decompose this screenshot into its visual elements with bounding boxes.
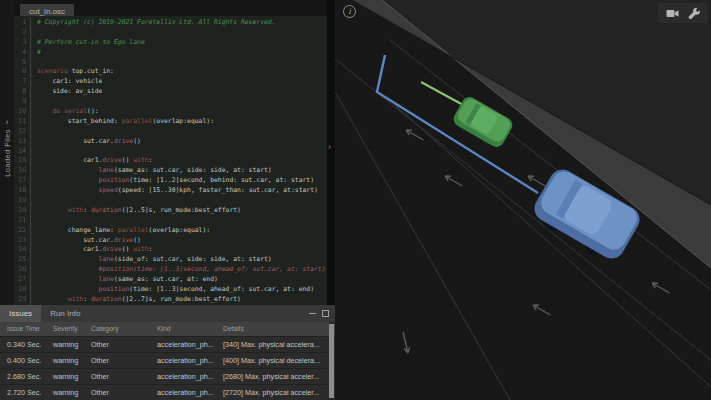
line-number: 19 [14,196,31,206]
tab-issues[interactable]: Issues [0,305,41,322]
code-line: 29 with: duration([2..7]s, run_mode:best… [14,295,327,305]
loaded-files-label: Loaded Files [3,129,12,177]
line-content: # Perform cut-in to Ego lane [31,38,145,48]
code-line: 13 sut.car.drive() [14,137,327,147]
line-content [31,58,37,68]
line-number: 15 [14,156,31,166]
line-number: 22 [14,226,31,236]
wrench-icon[interactable] [688,7,700,19]
code-line: 11 start_behind: parallel(overlap:equal)… [14,117,327,127]
issue-cell: 2.680 Sec. [0,369,46,384]
line-content: car1.drive() with: [31,245,152,255]
line-number: 2 [14,28,31,38]
minimize-icon[interactable] [309,313,316,314]
line-number: 11 [14,117,31,127]
issue-cell: acceleration_ph... [150,369,216,384]
line-content: # [31,48,41,58]
line-number: 16 [14,166,31,176]
code-line: 3# Perform cut-in to Ego lane [14,38,327,48]
line-number: 27 [14,275,31,285]
line-content: start_behind: parallel(overlap:equal): [31,117,214,127]
issue-row[interactable]: 2.720 Sec.warningOtheracceleration_ph...… [0,384,335,400]
line-content [31,127,37,137]
issue-row[interactable]: 0.400 Sec.warningOtheracceleration_ph...… [0,352,335,368]
issue-cell: Other [84,337,150,352]
code-line: 28 position(time: [1..3]second, ahead_of… [14,285,327,295]
issue-cell: acceleration_ph... [150,385,216,400]
line-content [31,28,37,38]
code-line: 9 [14,97,327,107]
code-line: 23 sut.car.drive() [14,236,327,246]
code-line: 17 position(time: [1..2]second, behind: … [14,176,327,186]
line-content [31,216,37,226]
issue-cell: acceleration_ph... [150,353,216,368]
line-number: 12 [14,127,31,137]
code-line: 27 lane(same_as: sut.car, at: end) [14,275,327,285]
line-content: sut.car.drive() [31,236,141,246]
line-content: lane(same_as: sut.car, at: end) [31,275,218,285]
video-camera-icon[interactable] [666,8,679,19]
line-number: 14 [14,147,31,157]
column-header[interactable]: Issue Time [0,322,46,336]
line-content: car1: vehicle [31,77,102,87]
line-number: 7 [14,77,31,87]
issues-scrollbar[interactable] [329,322,334,400]
code-line: 7 car1: vehicle [14,77,327,87]
issue-cell: 0.340 Sec. [0,337,46,352]
line-content: scenario top.cut_in: [31,67,114,77]
line-content: # Copyright (c) 2019-2021 Foretellix Ltd… [31,18,276,28]
code-line: 4# [14,48,327,58]
line-number: 6 [14,67,31,77]
issue-cell: [2720] Max. physical acceler... [216,385,335,400]
line-number: 24 [14,245,31,255]
line-content: position(time: [1..2]second, behind: sut… [31,176,314,186]
maximize-icon[interactable] [322,310,329,317]
issue-cell: 2.720 Sec. [0,385,46,400]
code-line: 24 car1.drive() with: [14,245,327,255]
line-content: #position(time: [1..3]second, ahead_of: … [31,265,326,275]
issue-cell: warning [46,385,84,400]
column-header[interactable]: Category [84,322,150,336]
line-number: 3 [14,38,31,48]
line-content: speed(speed: [15..30]kph, faster_than: s… [31,186,318,196]
column-header[interactable]: Severity [46,322,84,336]
divider-chevron-icon: › [328,142,331,152]
line-content: with: duration([2..5]s, run_mode:best_ef… [31,206,241,216]
code-line: 1# Copyright (c) 2019-2021 Foretellix Lt… [14,18,327,28]
info-icon[interactable]: i [343,5,356,18]
code-line: 12 [14,127,327,137]
line-content: sut.car.drive() [31,137,141,147]
line-number: 23 [14,236,31,246]
line-content: position(time: [1..3]second, ahead_of: s… [31,285,314,295]
issue-cell: Other [84,385,150,400]
line-number: 21 [14,216,31,226]
tab-run-info[interactable]: Run Info [41,305,89,322]
line-number: 18 [14,186,31,196]
loaded-files-sidebar[interactable]: › Loaded Files [0,0,14,305]
code-line: 19 [14,196,327,206]
line-content: side: av_side [31,87,102,97]
issue-cell: Other [84,353,150,368]
code-editor[interactable]: 1# Copyright (c) 2019-2021 Foretellix Lt… [14,16,327,305]
line-content: car1.drive() with: [31,156,152,166]
line-number: 10 [14,107,31,117]
panel-divider[interactable]: › [327,0,335,305]
line-number: 29 [14,295,31,305]
code-line: 20 with: duration([2..5]s, run_mode:best… [14,206,327,216]
line-content: lane(side_of: sut.car, side: side, at: s… [31,255,272,265]
line-number: 1 [14,18,31,28]
code-line: 10 do serial(): [14,107,327,117]
column-header[interactable]: Kind [150,322,216,336]
code-line: 2 [14,28,327,38]
issues-scroll-thumb[interactable] [329,324,334,398]
issue-row[interactable]: 2.680 Sec.warningOtheracceleration_ph...… [0,368,335,384]
issue-cell: [340] Max. physical accelera... [216,337,335,352]
issue-cell: warning [46,369,84,384]
issue-row[interactable]: 0.340 Sec.warningOtheracceleration_ph...… [0,336,335,352]
code-line: 6scenario top.cut_in: [14,67,327,77]
scenario-3d-view[interactable]: i [335,0,711,400]
line-number: 25 [14,255,31,265]
code-line: 14 [14,147,327,157]
editor-tabbar: cut_in.osc [14,0,327,16]
column-header[interactable]: Details [216,322,335,336]
